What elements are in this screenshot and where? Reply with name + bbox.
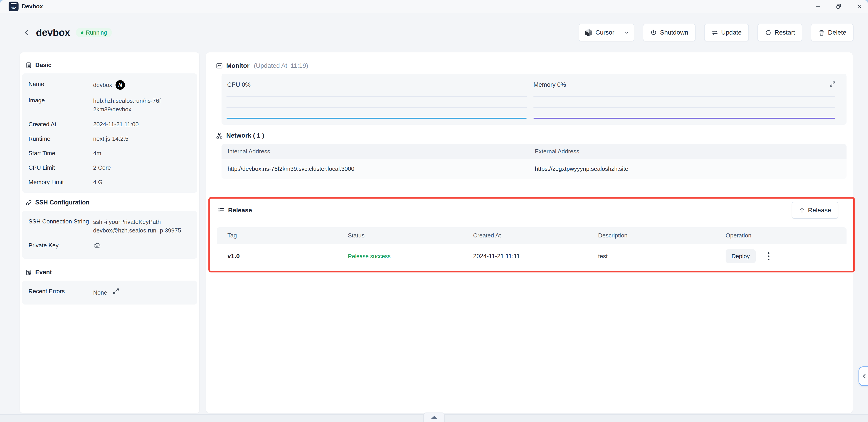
restore-button[interactable] (834, 2, 843, 11)
minimize-button[interactable] (813, 2, 822, 11)
memory-chart-label: Memory 0% (533, 81, 566, 88)
basic-row-start-time: Start Time 4m (29, 149, 191, 157)
ssh-connection-row: SSH Connection String ssh -i yourPrivate… (29, 218, 191, 235)
basic-title: Basic (35, 62, 52, 69)
monitor-chart-icon (216, 62, 223, 69)
internal-address-column: Internal Address (228, 148, 535, 155)
triangle-up-icon (431, 416, 437, 419)
row-label: Start Time (29, 149, 93, 157)
delete-label: Delete (828, 29, 846, 36)
link-icon (25, 199, 32, 206)
event-panel: Recent Errors None (22, 281, 197, 304)
page-title: devbox (36, 27, 70, 38)
ide-dropdown-button[interactable] (619, 24, 634, 41)
expand-monitor-button[interactable] (829, 80, 836, 89)
release-section-header: Release (218, 207, 252, 214)
status-label: Running (86, 29, 107, 36)
page-header: devbox Running Cursor (0, 13, 868, 53)
created-at-column: Created At (473, 232, 598, 239)
app-window: </> Devbox devbox Running (0, 0, 868, 422)
network-table-row: http://devbox.ns-76f2km39.svc.cluster.lo… (221, 159, 846, 179)
dock-reveal-handle[interactable] (423, 413, 445, 422)
close-button[interactable] (855, 2, 864, 11)
row-label: CPU Limit (29, 164, 93, 171)
row-label: Recent Errors (29, 287, 93, 295)
release-button-label: Release (808, 207, 831, 214)
more-actions-button[interactable] (767, 251, 771, 262)
open-ide-split-button[interactable]: Cursor (579, 24, 634, 41)
list-icon (218, 207, 225, 214)
back-button[interactable] (22, 27, 32, 38)
chevron-left-icon (861, 373, 868, 380)
cloud-download-icon (93, 241, 101, 249)
external-address-value[interactable]: https://zegxtpwyyynp.sealoshzh.site (535, 165, 846, 172)
ide-button-label: Cursor (595, 29, 614, 36)
ssh-title: SSH Configuration (35, 199, 90, 206)
basic-section-header: Basic (25, 53, 197, 69)
basic-row-memory-limit: Memory Limit 4 G (29, 178, 191, 186)
monitor-section-header: Monitor (Updated At 11:19) (216, 53, 852, 69)
basic-panel: Name devbox N Image hub.hzh.sealos.run/n… (22, 73, 197, 193)
right-panel-toggle[interactable] (859, 366, 868, 386)
ssh-section-header: SSH Configuration (25, 199, 197, 206)
restore-icon (836, 3, 842, 9)
basic-row-cpu-limit: CPU Limit 2 Core (29, 164, 191, 171)
ssh-connection-string[interactable]: ssh -i yourPrivateKeyPath devbox@hzh.sea… (93, 218, 184, 235)
release-tag: v1.0 (227, 253, 348, 260)
network-icon (216, 132, 223, 139)
monitor-title: Monitor (226, 62, 250, 69)
memory-usage-line (533, 118, 835, 119)
row-label: Name (29, 80, 93, 88)
release-title: Release (228, 207, 252, 214)
row-label: Image (29, 96, 93, 104)
shutdown-button[interactable]: Shutdown (643, 24, 695, 41)
delete-button[interactable]: Delete (811, 24, 854, 41)
shutdown-label: Shutdown (660, 29, 688, 36)
power-icon (650, 29, 657, 36)
row-value: hub.hzh.sealos.run/ns-76f2km39/devbox (93, 96, 163, 113)
monitor-panel: CPU 0% Memory 0% (221, 74, 846, 125)
monitor-updated-at: (Updated At 11:19) (254, 62, 308, 69)
release-description: test (598, 253, 725, 260)
external-address-column: External Address (535, 148, 846, 155)
expand-errors-button[interactable] (112, 287, 120, 298)
code-brackets-icon: </> (8, 4, 19, 11)
close-icon (857, 3, 862, 9)
row-value: next.js-14.2.5 (93, 135, 128, 142)
row-label: SSH Connection String (29, 218, 93, 225)
devbox-logo-icon: </> (8, 2, 19, 11)
event-log-icon (25, 269, 32, 276)
open-in-cursor-button[interactable]: Cursor (579, 24, 619, 41)
cpu-usage-line (226, 118, 527, 119)
internal-address-value[interactable]: http://devbox.ns-76f2km39.svc.cluster.lo… (228, 165, 535, 172)
cursor-ide-icon (585, 29, 593, 37)
network-table-header: Internal Address External Address (221, 144, 846, 159)
private-key-row: Private Key (29, 241, 191, 252)
expand-icon (112, 287, 120, 295)
release-header-row: Release Release (217, 202, 846, 219)
title-bar: </> Devbox (0, 0, 868, 13)
memory-gridline (533, 96, 835, 97)
deploy-button[interactable]: Deploy (725, 250, 756, 263)
swap-arrows-icon (711, 29, 718, 36)
row-label: Private Key (29, 241, 93, 249)
basic-row-image: Image hub.hzh.sealos.run/ns-76f2km39/dev… (29, 96, 191, 113)
restart-button[interactable]: Restart (757, 24, 802, 41)
arrow-up-icon (799, 207, 805, 214)
download-private-key-button[interactable] (93, 241, 101, 252)
release-table-row: v1.0 Release success 2024-11-21 11:11 te… (217, 244, 846, 269)
back-chevron-icon (23, 29, 31, 36)
row-value: 2 Core (93, 164, 111, 171)
update-button[interactable]: Update (704, 24, 749, 41)
update-label: Update (721, 29, 742, 36)
release-button[interactable]: Release (792, 202, 838, 219)
action-buttons: Cursor Shutdown Update Restart (579, 24, 854, 41)
chevron-down-icon (624, 30, 629, 35)
cpu-gridline (226, 96, 527, 97)
minimize-icon (815, 3, 821, 9)
status-badge: Running (76, 28, 112, 37)
document-icon (25, 62, 32, 69)
row-value: 4 G (93, 178, 103, 186)
row-value: 4m (93, 149, 101, 157)
restart-icon (765, 29, 772, 36)
